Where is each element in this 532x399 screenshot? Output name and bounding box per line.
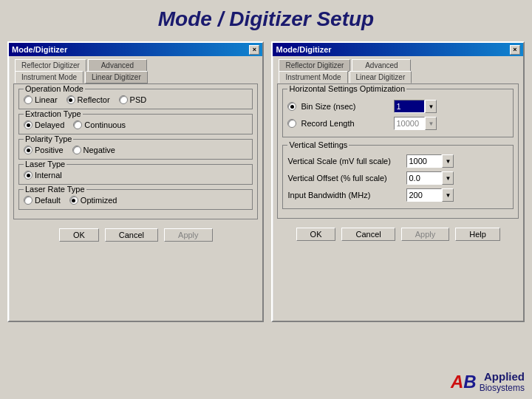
radio-default[interactable]: Default (24, 196, 61, 205)
logo-area: AB Applied Biosystems (451, 370, 525, 393)
vertical-scale-label: Vertical Scale (mV full scale) (287, 157, 402, 166)
left-dialog-close[interactable]: × (249, 45, 259, 55)
radio-continuous[interactable]: Continuous (73, 120, 126, 129)
right-help-button[interactable]: Help (455, 228, 500, 241)
right-cancel-button[interactable]: Cancel (341, 228, 395, 241)
extraction-type-group: Extraction Type Delayed Continuous (18, 114, 253, 134)
radio-record-length[interactable] (287, 119, 296, 128)
radio-default-btn[interactable] (24, 196, 33, 205)
right-apply-button[interactable]: Apply (401, 228, 450, 241)
vertical-scale-dropdown-btn[interactable]: ▼ (442, 154, 454, 168)
right-tab-instrument[interactable]: Instrument Mode (279, 71, 347, 83)
input-bandwidth-label: Input Bandwidth (MHz) (287, 191, 402, 200)
record-length-row: Record Length ▼ (287, 117, 508, 130)
record-length-input[interactable] (394, 117, 425, 130)
laser-type-group: Laser Type Internal (18, 164, 253, 185)
polarity-type-options: Positive Negative (24, 146, 248, 154)
radio-reflector[interactable]: Reflector (66, 95, 110, 104)
radio-negative[interactable]: Negative (72, 146, 115, 154)
laser-rate-type-group: Laser Rate Type Default Optimized (18, 189, 253, 210)
operation-mode-label: Operation Mode (24, 84, 85, 93)
radio-positive-btn[interactable] (24, 146, 33, 154)
input-bandwidth-dropdown-btn[interactable]: ▼ (442, 188, 454, 202)
vertical-offset-row: Vertical Offset (% full scale) ▼ (287, 171, 508, 185)
right-dialog: Mode/Digitizer × Reflector Digitizer Adv… (271, 41, 525, 322)
vertical-offset-dropdown-btn[interactable]: ▼ (442, 171, 454, 185)
radio-linear[interactable]: Linear (24, 95, 58, 104)
radio-bin-size[interactable] (287, 102, 296, 111)
bin-size-dropdown[interactable]: ▼ (394, 100, 437, 113)
radio-optimized[interactable]: Optimized (69, 196, 117, 205)
left-dialog-title: Mode/Digitizer (12, 45, 67, 54)
input-bandwidth-input[interactable] (406, 188, 442, 202)
horiz-settings-label: Horizontal Settings Optimization (287, 84, 406, 93)
right-tab-reflector[interactable]: Reflector Digitizer (279, 59, 350, 72)
radio-negative-btn[interactable] (72, 146, 81, 154)
operation-mode-group: Operation Mode Linear Reflector (18, 89, 253, 109)
vert-settings-group: Vertical Settings Vertical Scale (mV ful… (282, 145, 514, 209)
bin-size-row: Bin Size (nsec) ▼ (287, 100, 508, 113)
right-tab-linear[interactable]: Linear Digitizer (349, 71, 412, 83)
vertical-scale-input[interactable] (406, 154, 442, 168)
extraction-type-label: Extraction Type (24, 109, 83, 118)
right-tab-advanced[interactable]: Advanced (352, 59, 411, 72)
radio-delayed[interactable]: Delayed (24, 120, 64, 129)
record-length-label: Record Length (301, 119, 389, 128)
bin-size-dropdown-btn[interactable]: ▼ (425, 100, 437, 113)
vert-settings-label: Vertical Settings (287, 140, 349, 149)
laser-type-options: Internal (24, 171, 248, 180)
radio-bin-size-btn[interactable] (287, 102, 296, 111)
radio-delayed-btn[interactable] (24, 120, 33, 129)
radio-record-length-btn[interactable] (287, 119, 296, 128)
logo-icon: AB (451, 373, 477, 391)
radio-psd-btn[interactable] (119, 95, 128, 104)
polarity-type-group: Polarity Type Positive Negative (18, 139, 253, 160)
right-dialog-title: Mode/Digitizer (276, 45, 331, 54)
laser-type-label: Laser Type (24, 160, 66, 168)
logo-brand: Applied (480, 370, 525, 383)
vertical-scale-dropdown[interactable]: ▼ (406, 154, 454, 168)
left-tab-advanced[interactable]: Advanced (88, 59, 147, 72)
radio-psd[interactable]: PSD (119, 95, 147, 104)
logo-sub: Biosystems (480, 383, 525, 393)
left-ok-button[interactable]: OK (59, 228, 99, 242)
vertical-offset-input[interactable] (406, 171, 442, 185)
bin-size-input[interactable] (394, 100, 425, 113)
laser-rate-type-options: Default Optimized (24, 196, 248, 205)
right-dialog-buttons: OK Cancel Apply Help (277, 225, 519, 244)
operation-mode-options: Linear Reflector PSD (24, 95, 248, 104)
laser-rate-type-label: Laser Rate Type (24, 185, 86, 194)
horiz-settings-group: Horizontal Settings Optimization Bin Siz… (282, 89, 514, 137)
right-ok-button[interactable]: OK (296, 228, 336, 241)
right-dialog-titlebar: Mode/Digitizer × (273, 43, 523, 56)
page-title: Mode / Digitizer Setup (0, 0, 532, 41)
input-bandwidth-row: Input Bandwidth (MHz) ▼ (287, 188, 508, 202)
left-tab-linear[interactable]: Linear Digitizer (85, 71, 148, 83)
input-bandwidth-dropdown[interactable]: ▼ (406, 188, 454, 202)
left-apply-button[interactable]: Apply (164, 228, 213, 242)
left-dialog: Mode/Digitizer × Reflector Digitizer Adv… (7, 41, 264, 322)
extraction-type-options: Delayed Continuous (24, 120, 248, 129)
left-cancel-button[interactable]: Cancel (105, 228, 158, 242)
radio-optimized-btn[interactable] (69, 196, 78, 205)
logo-text: Applied Biosystems (480, 370, 525, 393)
vertical-offset-dropdown[interactable]: ▼ (406, 171, 454, 185)
radio-continuous-btn[interactable] (73, 120, 82, 129)
left-dialog-titlebar: Mode/Digitizer × (9, 43, 262, 56)
left-dialog-buttons: OK Cancel Apply (13, 225, 258, 245)
radio-positive[interactable]: Positive (24, 146, 64, 154)
right-dialog-close[interactable]: × (510, 45, 520, 55)
radio-internal[interactable]: Internal (24, 171, 62, 180)
radio-reflector-btn[interactable] (66, 95, 75, 104)
bin-size-label: Bin Size (nsec) (301, 102, 389, 111)
left-tab-instrument[interactable]: Instrument Mode (15, 71, 83, 83)
record-length-dropdown-btn[interactable]: ▼ (425, 117, 437, 130)
polarity-type-label: Polarity Type (24, 134, 73, 143)
radio-linear-btn[interactable] (24, 95, 33, 104)
radio-internal-btn[interactable] (24, 171, 33, 180)
vertical-scale-row: Vertical Scale (mV full scale) ▼ (287, 154, 508, 168)
record-length-dropdown[interactable]: ▼ (394, 117, 437, 130)
vertical-offset-label: Vertical Offset (% full scale) (287, 174, 402, 183)
left-tab-reflector[interactable]: Reflector Digitizer (15, 59, 86, 72)
